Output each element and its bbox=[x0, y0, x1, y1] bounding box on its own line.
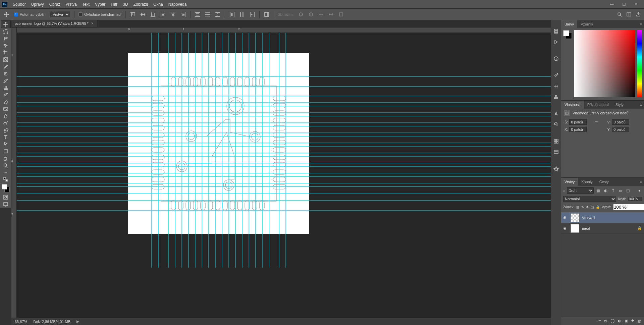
tab-channels[interactable]: Kanály bbox=[578, 178, 596, 186]
y-field[interactable] bbox=[612, 127, 629, 132]
color-field[interactable] bbox=[574, 30, 635, 97]
panel-color-swatch[interactable] bbox=[563, 30, 572, 39]
libraries-icon[interactable] bbox=[552, 148, 560, 156]
blur-tool[interactable] bbox=[1, 112, 10, 119]
layer-name[interactable]: nacrt bbox=[582, 226, 590, 230]
stamp-tool[interactable] bbox=[1, 84, 10, 91]
default-colors[interactable] bbox=[1, 176, 10, 183]
tab-layers[interactable]: Vrstvy bbox=[561, 178, 578, 186]
filter-toggle-icon[interactable]: ● bbox=[637, 188, 642, 193]
lock-nest-icon[interactable]: ◫ bbox=[591, 205, 594, 210]
menu-3d[interactable]: 3D bbox=[120, 0, 130, 9]
character-icon[interactable] bbox=[552, 110, 560, 117]
tab-adjustments[interactable]: Přizpůsobení bbox=[584, 101, 612, 109]
menu-layer[interactable]: Vrstva bbox=[63, 0, 79, 9]
mask-icon[interactable]: ◯ bbox=[610, 319, 614, 323]
filter-type-icon[interactable]: T bbox=[610, 188, 616, 193]
hue-slider[interactable] bbox=[637, 30, 642, 97]
maximize-button[interactable]: ☐ bbox=[619, 1, 629, 8]
filter-shape-icon[interactable]: ▭ bbox=[618, 188, 623, 193]
type-tool[interactable] bbox=[1, 133, 10, 141]
dist-left-icon[interactable] bbox=[229, 11, 235, 17]
new-layer-icon[interactable]: ✚ bbox=[631, 319, 634, 323]
layer-item[interactable]: ◉ Vrstva 1 bbox=[561, 212, 644, 223]
history-icon[interactable] bbox=[552, 28, 560, 35]
lock-pos-icon[interactable]: ✥ bbox=[586, 205, 589, 210]
menu-file[interactable]: Soubor bbox=[10, 0, 29, 9]
marquee-tool[interactable] bbox=[1, 28, 10, 35]
filter-adjust-icon[interactable]: ◐ bbox=[603, 188, 608, 193]
layer-item[interactable]: ◉ nacrt 🔒 bbox=[561, 223, 644, 234]
link-layers-icon[interactable]: ⚯ bbox=[598, 319, 601, 323]
dist-hcenter-icon[interactable] bbox=[239, 11, 245, 17]
dist-bottom-icon[interactable] bbox=[215, 11, 221, 17]
menu-window[interactable]: Okna bbox=[151, 0, 166, 9]
menu-edit[interactable]: Úpravy bbox=[29, 0, 47, 9]
tab-swatches[interactable]: Vzorník bbox=[577, 20, 596, 28]
fill-field[interactable] bbox=[613, 204, 644, 210]
brush-tool[interactable] bbox=[1, 77, 10, 84]
group-icon[interactable]: ▣ bbox=[625, 319, 628, 323]
pen-tool[interactable] bbox=[1, 126, 10, 133]
menu-filter[interactable]: Filtr bbox=[108, 0, 120, 9]
transform-controls-checkbox[interactable]: Ovladače transformací bbox=[78, 12, 121, 16]
filter-smart-icon[interactable]: ◫ bbox=[625, 188, 631, 193]
healing-tool[interactable] bbox=[1, 70, 10, 77]
quickmask-tool[interactable] bbox=[1, 194, 10, 201]
actions-icon[interactable] bbox=[552, 38, 560, 46]
frame-tool[interactable] bbox=[1, 56, 10, 63]
move-tool[interactable] bbox=[1, 21, 10, 28]
ruler-horizontal[interactable]: 0 1 2 bbox=[17, 28, 561, 33]
menu-text[interactable]: Text bbox=[79, 0, 92, 9]
tab-paths[interactable]: Cesty bbox=[596, 178, 612, 186]
history-brush-tool[interactable] bbox=[1, 91, 10, 98]
align-right-icon[interactable] bbox=[180, 11, 186, 17]
search-icon[interactable] bbox=[616, 11, 623, 17]
dist-vcenter-icon[interactable] bbox=[205, 11, 211, 17]
fx-icon[interactable]: fx bbox=[604, 319, 607, 323]
menu-help[interactable]: Nápověda bbox=[166, 0, 190, 9]
layer-kind-select[interactable]: Druh bbox=[567, 187, 594, 194]
x-field[interactable] bbox=[569, 127, 587, 132]
height-field[interactable] bbox=[612, 119, 629, 125]
align-vcenter-icon[interactable] bbox=[140, 11, 146, 17]
brush-settings-icon[interactable] bbox=[552, 83, 560, 90]
delete-layer-icon[interactable]: 🗑 bbox=[638, 319, 641, 323]
paragraph-icon[interactable] bbox=[552, 121, 560, 128]
close-icon[interactable]: × bbox=[91, 21, 94, 26]
align-extra-icon[interactable] bbox=[264, 11, 270, 17]
visibility-icon[interactable]: ◉ bbox=[563, 215, 568, 220]
navigator-icon[interactable] bbox=[552, 165, 560, 172]
eraser-tool[interactable] bbox=[1, 98, 10, 105]
panel-menu-icon[interactable]: ≡ bbox=[638, 103, 644, 107]
lock-all-icon[interactable]: 🔒 bbox=[596, 205, 600, 210]
menu-select[interactable]: Výběr bbox=[92, 0, 108, 9]
opacity-field[interactable] bbox=[628, 197, 642, 201]
align-hcenter-icon[interactable] bbox=[170, 11, 176, 17]
layer-thumb[interactable] bbox=[571, 213, 579, 222]
eyedropper-tool[interactable] bbox=[1, 63, 10, 70]
hand-tool[interactable] bbox=[1, 155, 10, 162]
width-field[interactable] bbox=[569, 119, 587, 125]
brushes-icon[interactable] bbox=[552, 72, 560, 79]
menu-image[interactable]: Obraz bbox=[47, 0, 63, 9]
panel-menu-icon[interactable]: ≡ bbox=[638, 180, 644, 184]
panel-menu-icon[interactable]: ≡ bbox=[638, 22, 644, 26]
ruler-vertical[interactable]: 1 2 3 bbox=[11, 28, 17, 318]
screenmode-tool[interactable] bbox=[1, 201, 10, 208]
swatches-icon[interactable] bbox=[552, 138, 560, 145]
doc-size[interactable]: Dok: 2,86 MB/4,01 MB bbox=[33, 320, 70, 324]
edit-toolbar[interactable]: ••• bbox=[1, 169, 10, 176]
link-icon[interactable]: ⚯ bbox=[595, 119, 598, 132]
path-select-tool[interactable] bbox=[1, 141, 10, 148]
layer-name[interactable]: Vrstva 1 bbox=[582, 216, 595, 220]
zoom-tool[interactable] bbox=[1, 162, 10, 169]
move-tool-indicator[interactable] bbox=[3, 11, 10, 18]
lock-trans-icon[interactable]: ▦ bbox=[576, 205, 579, 210]
adjustment-icon[interactable]: ◐ bbox=[618, 319, 621, 323]
workspace-icon[interactable] bbox=[626, 11, 632, 17]
align-top-icon[interactable] bbox=[130, 11, 136, 17]
status-more-icon[interactable]: ▶ bbox=[76, 319, 79, 324]
share-icon[interactable] bbox=[635, 11, 641, 17]
tab-colors[interactable]: Barvy bbox=[561, 20, 577, 28]
